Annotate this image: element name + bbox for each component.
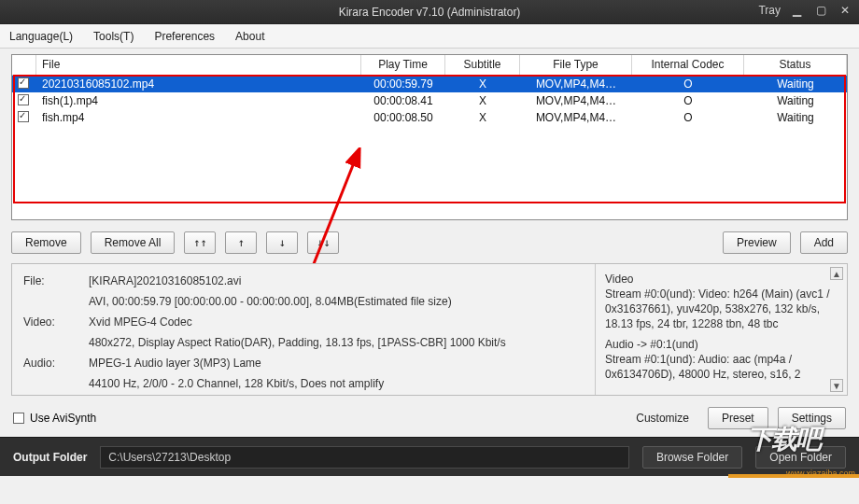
row-checkbox[interactable] (18, 111, 29, 122)
col-subtitle[interactable]: Subtitle (445, 55, 520, 75)
table-row[interactable]: fish(1).mp400:00:08.41XMOV,MP4,M4…OWaiti… (12, 92, 847, 109)
cell-playtime: 00:00:59.79 (361, 77, 445, 91)
window-title: Kirara Encoder v7.10 (Administrator) (339, 6, 521, 19)
cell-codec: O (632, 77, 744, 91)
tray-button[interactable]: Tray (758, 4, 781, 17)
cell-codec: O (632, 93, 744, 108)
info-file-label: File: (23, 272, 79, 290)
avisynth-label: Use AviSynth (30, 412, 96, 425)
menu-bar: Language(L) Tools(T) Preferences About (0, 24, 859, 49)
info-audio-label: Audio: (23, 354, 79, 372)
maximize-icon[interactable]: ▢ (812, 2, 829, 19)
col-status[interactable]: Status (744, 55, 847, 75)
watermark-bar (728, 474, 859, 478)
remove-all-button[interactable]: Remove All (91, 231, 176, 254)
cell-status: Waiting (744, 93, 847, 108)
cell-status: Waiting (744, 110, 847, 125)
output-folder-label: Output Folder (13, 451, 87, 464)
cell-status: Waiting (744, 77, 847, 91)
move-down-button[interactable]: ↓ (266, 231, 298, 254)
preset-button[interactable]: Preset (708, 407, 768, 429)
cell-subtitle: X (445, 93, 520, 108)
cell-subtitle: X (445, 77, 520, 91)
customize-link[interactable]: Customize (636, 412, 689, 425)
info-video-detail: 480x272, Display Aspect Ratio(DAR), Padd… (89, 333, 584, 352)
info-left: File: [KIRARA]20210316085102.avi AVI, 00… (12, 264, 595, 395)
stream-video-line: Stream #0:0(und): Video: h264 (Main) (av… (605, 287, 838, 331)
info-video-label: Video: (23, 313, 79, 331)
table-row[interactable]: fish.mp400:00:08.50XMOV,MP4,M4…OWaiting (12, 109, 847, 126)
options-row: Use AviSynth Customize Preset Settings (11, 405, 848, 437)
move-top-button[interactable]: ↑↑ (184, 231, 216, 254)
list-toolbar: Remove Remove All ↑↑ ↑ ↓ ↓↓ Preview Add (11, 231, 848, 254)
table-row[interactable]: 20210316085102.mp400:00:59.79XMOV,MP4,M4… (12, 76, 847, 92)
output-bar: Output Folder C:\Users\27213\Desktop Bro… (0, 437, 859, 476)
menu-about[interactable]: About (235, 30, 264, 43)
info-audio-detail: 44100 Hz, 2/0/0 - 2.0 Channel, 128 Kbit/… (89, 374, 584, 393)
remove-button[interactable]: Remove (11, 231, 81, 254)
info-right: ▲ Video Stream #0:0(und): Video: h264 (M… (595, 264, 847, 395)
close-icon[interactable]: ✕ (837, 2, 853, 19)
scroll-up-icon[interactable]: ▲ (830, 267, 843, 280)
info-panel: File: [KIRARA]20210316085102.avi AVI, 00… (11, 263, 848, 396)
scroll-down-icon[interactable]: ▼ (830, 379, 843, 392)
cell-filetype: MOV,MP4,M4… (520, 93, 632, 108)
row-checkbox[interactable] (18, 94, 29, 105)
col-playtime[interactable]: Play Time (361, 55, 445, 75)
cell-playtime: 00:00:08.50 (361, 110, 445, 125)
cell-codec: O (632, 110, 744, 125)
stream-audio-head: Audio -> #0:1(und) (605, 337, 838, 352)
cell-file: fish(1).mp4 (36, 93, 361, 108)
cell-filetype: MOV,MP4,M4… (520, 110, 632, 125)
stream-audio-line: Stream #0:1(und): Audio: aac (mp4a / 0x6… (605, 352, 838, 382)
cell-file: 20210316085102.mp4 (36, 77, 361, 91)
info-file-name: [KIRARA]20210316085102.avi (89, 272, 584, 290)
menu-language[interactable]: Language(L) (9, 30, 73, 43)
row-checkbox[interactable] (18, 77, 29, 89)
add-button[interactable]: Add (800, 231, 848, 254)
title-bar: Kirara Encoder v7.10 (Administrator) Tra… (0, 0, 859, 24)
avisynth-checkbox[interactable] (13, 413, 24, 424)
info-file-detail: AVI, 00:00:59.79 [00:00:00.00 - 00:00:00… (89, 292, 584, 311)
menu-tools[interactable]: Tools(T) (93, 30, 134, 43)
minimize-icon[interactable]: ▁ (788, 2, 805, 19)
cell-subtitle: X (445, 110, 520, 125)
move-bottom-button[interactable]: ↓↓ (307, 231, 339, 254)
cell-file: fish.mp4 (36, 110, 361, 125)
preview-button[interactable]: Preview (723, 231, 791, 254)
file-table[interactable]: File Play Time Subtitle File Type Intern… (11, 54, 848, 220)
table-header: File Play Time Subtitle File Type Intern… (12, 55, 847, 76)
cell-playtime: 00:00:08.41 (361, 93, 445, 108)
move-up-button[interactable]: ↑ (225, 231, 257, 254)
browse-folder-button[interactable]: Browse Folder (642, 446, 742, 469)
info-video-codec: Xvid MPEG-4 Codec (89, 313, 584, 331)
col-file[interactable]: File (36, 55, 361, 75)
cell-filetype: MOV,MP4,M4… (520, 77, 632, 91)
settings-button[interactable]: Settings (778, 407, 846, 429)
col-codec[interactable]: Internal Codec (632, 55, 744, 75)
info-audio-codec: MPEG-1 Audio layer 3(MP3) Lame (89, 354, 584, 372)
col-filetype[interactable]: File Type (520, 55, 632, 75)
stream-video-head: Video (605, 272, 838, 287)
output-folder-path[interactable]: C:\Users\27213\Desktop (100, 446, 629, 469)
open-folder-button[interactable]: Open Folder (755, 446, 846, 469)
menu-preferences[interactable]: Preferences (154, 30, 215, 43)
